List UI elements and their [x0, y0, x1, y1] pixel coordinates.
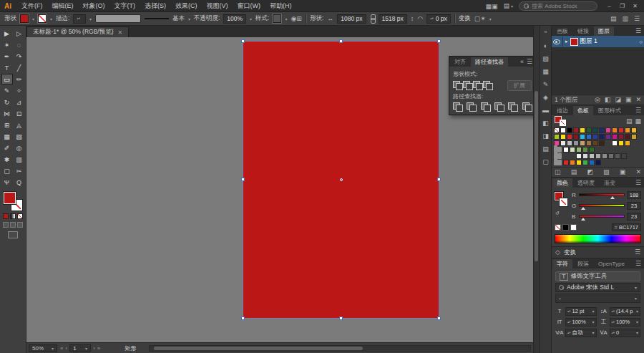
- screen-mode-button[interactable]: [8, 231, 18, 238]
- recolor-artwork-icon[interactable]: ◉: [291, 16, 297, 22]
- color-swatch[interactable]: [560, 134, 566, 140]
- color-swatch[interactable]: [570, 147, 575, 153]
- color-swatch[interactable]: [576, 153, 582, 159]
- channel-slider[interactable]: [579, 192, 625, 199]
- transparency-panel-icon[interactable]: ◨: [542, 133, 549, 140]
- color-swatch[interactable]: [567, 134, 572, 140]
- gpu-performance-icon[interactable]: ▣: [492, 4, 498, 10]
- color-swatch[interactable]: [625, 140, 630, 146]
- white-swatch[interactable]: [570, 224, 577, 231]
- selection-handle[interactable]: [241, 39, 245, 43]
- zoom-level-dropdown[interactable]: 50% ▾: [29, 344, 57, 352]
- draw-behind-button[interactable]: [10, 222, 16, 228]
- font-family-field[interactable]: Adobe 宋体 Std L ▾: [555, 283, 640, 292]
- tab-pathfinder[interactable]: 路径查找器: [471, 57, 508, 67]
- mesh-tool[interactable]: ▦: [1, 131, 13, 142]
- color-swatch[interactable]: [618, 134, 624, 140]
- artboard-tool[interactable]: ▢: [1, 165, 13, 176]
- color-spectrum-bar[interactable]: [555, 234, 641, 243]
- selection-handle[interactable]: [339, 316, 343, 320]
- color-swatch[interactable]: [631, 134, 637, 140]
- shaper-tool[interactable]: ✧: [14, 85, 25, 96]
- color-swatch[interactable]: [573, 140, 579, 146]
- collapse-panel-icon[interactable]: «: [520, 59, 524, 65]
- list-view-icon[interactable]: ▤: [626, 118, 633, 125]
- swatch-kinds-icon[interactable]: ▤: [571, 169, 577, 175]
- shape-height-field[interactable]: 1518 px: [379, 14, 407, 24]
- color-swatch[interactable]: [582, 153, 588, 159]
- color-swatch[interactable]: [589, 160, 595, 165]
- new-color-group-icon[interactable]: ▧: [603, 169, 610, 175]
- color-swatch[interactable]: [592, 134, 598, 140]
- corner-radius-field[interactable]: ▴▾0 px: [426, 14, 451, 24]
- chevron-down-icon[interactable]: ▾: [285, 16, 287, 21]
- crop-icon[interactable]: [494, 102, 504, 111]
- panel-menu-icon[interactable]: ☰: [635, 28, 641, 34]
- channel-value-field[interactable]: 188: [627, 191, 641, 199]
- free-transform-tool[interactable]: ⊡: [14, 108, 25, 119]
- leading-field-input[interactable]: ▴▾(14.4 p▾: [610, 307, 641, 316]
- stepper-icon[interactable]: ▴▾: [612, 321, 615, 324]
- graphic-style-swatch[interactable]: [273, 14, 281, 23]
- panel-menu-icon[interactable]: ☰: [635, 261, 641, 267]
- color-swatch[interactable]: [570, 160, 575, 165]
- curvature-tool[interactable]: ↷: [14, 51, 25, 62]
- column-graph-tool[interactable]: ▥: [14, 154, 25, 165]
- chevron-down-icon[interactable]: ▾: [32, 16, 34, 21]
- appearance-panel-icon[interactable]: ◐: [544, 43, 547, 49]
- pencil-tool[interactable]: ✎: [1, 85, 13, 96]
- vertical-scale-field-input[interactable]: ▴▾100%▾: [565, 318, 597, 327]
- selection-tool[interactable]: ▶: [1, 28, 13, 39]
- color-swatch[interactable]: [618, 140, 624, 146]
- outline-icon[interactable]: [508, 102, 517, 111]
- touch-type-tool-button[interactable]: T 修饰文字工具: [555, 271, 640, 281]
- stepper-icon[interactable]: ▴▾: [77, 17, 80, 20]
- new-layer-icon[interactable]: ▣: [625, 97, 632, 103]
- minus-back-icon[interactable]: [522, 102, 532, 111]
- color-swatch[interactable]: [567, 127, 572, 133]
- delete-swatch-icon[interactable]: ✕: [635, 169, 641, 175]
- merge-icon[interactable]: [481, 102, 490, 111]
- zoom-tool[interactable]: Q: [14, 177, 25, 188]
- transform-link[interactable]: 变换: [459, 14, 471, 23]
- tab-links[interactable]: 链接: [573, 26, 593, 36]
- tab-opentype[interactable]: OpenType: [594, 259, 629, 269]
- vertical-scrollbar-thumb[interactable]: [535, 91, 538, 261]
- color-swatch[interactable]: [573, 134, 579, 140]
- stepper-icon[interactable]: ▴▾: [567, 332, 571, 334]
- panel-menu-icon[interactable]: ☰: [635, 107, 641, 114]
- magic-wand-tool[interactable]: ✶: [1, 39, 13, 50]
- selection-handle[interactable]: [437, 316, 441, 320]
- color-swatch[interactable]: [576, 160, 582, 165]
- none-mode-button[interactable]: [17, 213, 23, 219]
- menu-view[interactable]: 视图(V): [203, 1, 233, 11]
- color-swatch[interactable]: [605, 127, 611, 133]
- blend-tool[interactable]: ◎: [14, 142, 25, 153]
- chevron-down-icon[interactable]: ▾: [636, 319, 638, 324]
- color-swatch[interactable]: [567, 140, 572, 146]
- black-swatch[interactable]: [562, 224, 569, 231]
- horizontal-scrollbar-thumb[interactable]: [154, 347, 363, 350]
- last-artboard-button[interactable]: »: [97, 345, 100, 352]
- intersect-icon[interactable]: [473, 81, 483, 90]
- dock-columns-icon[interactable]: ▥: [622, 16, 628, 22]
- fill-stroke-proxy[interactable]: ↺: [555, 190, 569, 219]
- color-swatch[interactable]: [595, 153, 601, 159]
- control-panel-menu-icon[interactable]: ☰: [634, 16, 640, 22]
- tab-gradient[interactable]: 渐变: [600, 178, 620, 188]
- color-swatch[interactable]: [586, 127, 592, 133]
- swatch-options-icon[interactable]: ◩: [587, 169, 593, 175]
- slider-thumb[interactable]: [610, 196, 615, 199]
- font-style-field[interactable]: - ▾: [555, 294, 640, 303]
- minus-front-icon[interactable]: [463, 81, 473, 90]
- graphic-styles-panel-icon[interactable]: ▤: [542, 146, 549, 153]
- exclude-icon[interactable]: [483, 81, 493, 90]
- color-swatch[interactable]: [618, 127, 624, 133]
- locate-object-icon[interactable]: ◎: [595, 97, 600, 103]
- color-swatch[interactable]: [589, 147, 595, 153]
- slider-thumb[interactable]: [581, 218, 585, 221]
- horizontal-scale-field-input[interactable]: ▴▾100%▾: [610, 318, 641, 327]
- chevron-down-icon[interactable]: ▾: [635, 296, 637, 301]
- color-swatch[interactable]: [554, 134, 560, 140]
- menu-window[interactable]: 窗口(W): [233, 1, 265, 11]
